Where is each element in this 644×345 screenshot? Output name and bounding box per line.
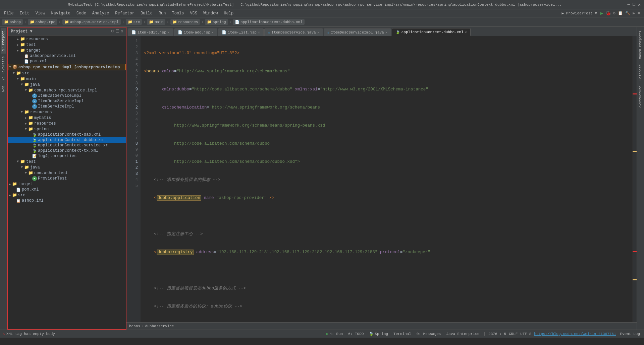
tree-item-src-2[interactable]: ▶ 📁 src [8, 192, 126, 198]
breadcrumb-src[interactable]: 📁 src [126, 19, 142, 25]
menu-run[interactable]: Run [156, 10, 169, 16]
settings-gear-icon[interactable]: ⚙ [121, 29, 123, 34]
breadcrumb-main[interactable]: 📁 main [147, 19, 165, 25]
favorites-tab[interactable]: 2: Favorites [1, 54, 6, 83]
tab-icon: ☕ [268, 30, 270, 34]
tree-item-ashop-iml[interactable]: 📋 ashop.iml [8, 198, 126, 203]
tab-itemdesc-impl[interactable]: ☕ ItemDescServiceImpl.java ✕ [324, 28, 391, 36]
tree-item-pom-2[interactable]: 📄 pom.xml [8, 187, 126, 192]
code-line-5: http://www.springframework.org/schema/be… [144, 123, 633, 129]
tree-item-resources-3[interactable]: ▶ 📁 resources [8, 121, 126, 126]
breadcrumb-spring[interactable]: 📁 spring [205, 19, 228, 25]
tab-label: ItemDescService.java [272, 30, 316, 34]
messages-status-tab[interactable]: 0: Messages [415, 331, 442, 337]
folder-icon: 📁 [128, 20, 132, 24]
web-tab[interactable]: Web [1, 83, 6, 94]
tab-close-icon[interactable]: ✕ [258, 30, 260, 34]
menu-edit[interactable]: Edit [17, 10, 32, 16]
breadcrumb-xml-file[interactable]: 📄 applicationContext-dubbo.xml [233, 19, 305, 25]
tab-item-add[interactable]: 📄 item-add.jsp ✕ [174, 28, 217, 36]
code-editor[interactable]: <?xml version="1.0" encoding="UTF-8"?> <… [141, 36, 633, 322]
maven-tab[interactable]: Maven Projects [638, 28, 643, 62]
close-button[interactable]: ✕ [638, 2, 641, 7]
bottom-bc-service[interactable]: dubbo:service [145, 324, 174, 328]
tree-item-dao-xml[interactable]: 🍃 applicationContext-dao.xml [8, 132, 126, 137]
java-enterprise-tab[interactable]: Java Enterprise [445, 331, 481, 337]
menu-refactor[interactable]: Refactor [112, 10, 137, 16]
folder-icon: 📁 [24, 110, 29, 115]
menu-build[interactable]: Build [138, 10, 155, 16]
tab-close-icon[interactable]: ✕ [385, 30, 387, 34]
tree-item-resources[interactable]: ▶ 📁 resources [8, 36, 126, 42]
menu-vcs[interactable]: VCS [187, 10, 200, 16]
tree-item-itemdesc[interactable]: C ItemDescServiceImpl [8, 98, 126, 104]
xml-icon: 📄 [24, 59, 29, 64]
tab-close-icon[interactable]: ✕ [168, 30, 170, 34]
menu-help[interactable]: Help [221, 10, 236, 16]
tab-dubbo-xml[interactable]: 🍃 applicationContext-dubbo.xml ✕ [392, 28, 471, 36]
tab-close-icon[interactable]: ✕ [212, 30, 214, 34]
tab-item-list[interactable]: 📄 item-list.jsp ✕ [218, 28, 264, 36]
menu-code[interactable]: Code [74, 10, 89, 16]
tree-item-dubbo-xml[interactable]: 🍃 applicationContext-dubbo.xm [8, 137, 126, 143]
project-tab[interactable]: 1: Project [1, 28, 6, 54]
tree-item-ashoprpcservice-iml[interactable]: 📋 ashoprpcservice.iml [8, 53, 126, 59]
tab-itemdesc-service[interactable]: ☕ ItemDescService.java ✕ [264, 28, 323, 36]
spring-status-tab[interactable]: 🍃 Spring [368, 331, 389, 337]
csdn-url[interactable]: https://blog.csdn.net/weixin_41367761 [534, 332, 616, 336]
tree-item-src[interactable]: ▼ 📁 src [8, 70, 126, 76]
breadcrumb-resources[interactable]: 📁 resources [170, 19, 200, 25]
tree-item-target[interactable]: ▶ 📁 target [8, 48, 126, 53]
tree-item-pom-xml[interactable]: 📄 pom.xml [8, 59, 126, 64]
tree-item-test[interactable]: ▶ 📁 test [8, 42, 126, 48]
tree-item-main[interactable]: ▼ 📁 main [8, 76, 126, 82]
tree-item-log4j[interactable]: 📝 log4j.properties [8, 153, 126, 159]
tree-item-target-2[interactable]: ▶ 📁 target [8, 181, 126, 187]
tree-item-itemcat[interactable]: C ItemCatServiceImpl [8, 93, 126, 98]
tree-item-com-ashop-test[interactable]: ▼ 📁 com.ashop.test [8, 170, 126, 176]
tab-close-icon[interactable]: ✕ [465, 30, 467, 34]
tree-item-package[interactable]: ▼ 📁 com.ashop.rpc.service.impl [8, 87, 126, 93]
tree-item-tx-xml[interactable]: 🍃 applicationContext-tx.xml [8, 148, 126, 153]
run-button[interactable]: ▶ [600, 10, 603, 16]
maximize-button[interactable]: □ [633, 2, 635, 7]
run-config-selector[interactable]: ▶ ProviderTest ▼ [561, 11, 597, 15]
tree-item-itemservice[interactable]: C ItemServiceImpl [8, 104, 126, 109]
menu-window[interactable]: Window [201, 10, 220, 16]
sync-button[interactable]: ⟳ [111, 29, 114, 34]
menu-tools[interactable]: Tools [169, 10, 187, 16]
tree-item-test-2[interactable]: ▼ 📁 test [8, 159, 126, 164]
breadcrumb-ashop[interactable]: 📁 ashop [2, 19, 23, 25]
menu-bar: File Edit View Navigate Code Analyze Ref… [0, 9, 644, 17]
menu-analyze[interactable]: Analyze [90, 10, 112, 16]
tree-item-spring[interactable]: ▼ 📁 spring [8, 126, 126, 132]
run-status-tab[interactable]: ▶ 4: Run [325, 331, 344, 337]
tab-item-edit[interactable]: 📄 item-edit.jsp ✕ [128, 28, 173, 36]
minimize-button[interactable]: ─ [628, 2, 630, 7]
folder-icon: 📁 [20, 76, 25, 81]
tree-item-mybatis[interactable]: ▶ 📁 mybatis [8, 115, 126, 121]
tree-item-service-xml[interactable]: 🍃 applicationContext-service.xr [8, 143, 126, 148]
menu-file[interactable]: File [1, 10, 16, 16]
bottom-bc-beans[interactable]: beans [129, 324, 140, 328]
breadcrumb-ashop-rpc[interactable]: 📁 ashop-rpc [28, 19, 57, 25]
tree-item-module[interactable]: ▼ 📦 ashop-rpc-service-impl [ashoprpcserv… [8, 64, 126, 70]
tab-close-icon[interactable]: ✕ [317, 30, 319, 34]
breadcrumb-service-impl[interactable]: 📁 ashop-rpc-service-impl [62, 19, 121, 25]
debug-button[interactable]: 🐞 [605, 10, 611, 16]
tree-item-resources-2[interactable]: ▼ 📁 resources [8, 109, 126, 115]
structure-tab[interactable]: Z-Structure [638, 83, 643, 111]
menu-navigate[interactable]: Navigate [48, 10, 73, 16]
terminal-status-tab[interactable]: Terminal [392, 331, 413, 337]
event-log-tab[interactable]: Event Log [619, 331, 641, 337]
tree-item-providertest[interactable]: ▶ ProviderTest [8, 176, 126, 181]
menu-view[interactable]: View [33, 10, 48, 16]
todo-status-tab[interactable]: 6: TODO [347, 331, 365, 337]
tree-item-java[interactable]: ▼ 📁 java [8, 82, 126, 87]
database-tab[interactable]: Database [638, 62, 643, 83]
collapse-button[interactable]: ☰ [116, 29, 119, 34]
project-panel: Project ▼ ⟳ ☰ ⚙ ▶ 📁 resources ▶ 📁 test [7, 27, 126, 330]
folder-icon: 📁 [28, 127, 33, 132]
line-num-8: 8 [126, 80, 141, 86]
tree-item-java-test[interactable]: ▼ 📁 java [8, 164, 126, 170]
